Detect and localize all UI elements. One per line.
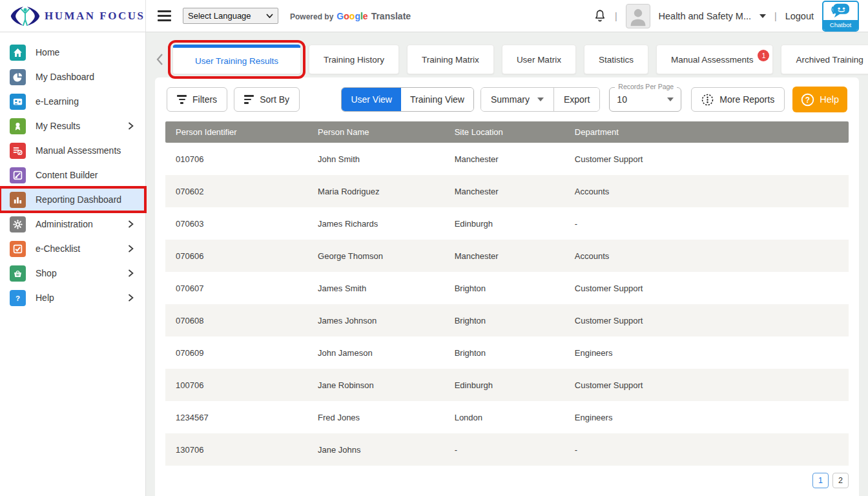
filters-button[interactable]: Filters [167,87,227,112]
table-cell: 010706 [165,154,307,164]
brand-logo[interactable]: HUMAN FOCUS [0,0,146,32]
training-view-toggle[interactable]: Training View [401,88,473,111]
sort-by-button[interactable]: Sort By [234,87,300,112]
topbar-right: | Health and Safety M... | Logout [594,0,859,32]
table-row[interactable]: 1234567Fred JonesLondonEngineers [165,401,849,433]
tabs-scroll-left-icon[interactable] [155,53,165,66]
summary-label: Summary [491,94,530,105]
table-cell: James Richards [307,219,444,229]
tab-training-matrix[interactable]: Training Matrix [407,45,494,74]
tab-label: Training Matrix [422,55,479,65]
user-menu[interactable]: Health and Safety M... [659,11,751,21]
sidebar-item-administration[interactable]: Administration [0,212,145,236]
table-row[interactable]: 130706Jane Johns-- [165,433,849,466]
tab-training-history[interactable]: Training History [309,45,399,74]
table-row[interactable]: 100706Jane RobinsonEdinburghCustomer Sup… [165,369,849,401]
table-cell: Maria Rodriguez [307,187,444,196]
home-icon [10,45,26,61]
content-icon [10,167,26,183]
tab-archived-training[interactable]: Archived Training [781,45,868,74]
brand-name: HUMAN FOCUS [45,10,145,23]
tab-statistics[interactable]: Statistics [584,45,648,74]
sidebar-item-manual-assessments[interactable]: Manual Assessments [0,138,145,163]
table-header-row: Person IdentifierPerson NameSite Locatio… [165,121,849,143]
chatbot-button[interactable]: Chatbot [822,1,859,32]
column-header-person-name: Person Name [307,127,444,137]
tab-label: Archived Training [796,55,863,65]
topbar-main: Select Language Powered by Google Transl… [146,0,868,32]
sort-icon [244,95,254,103]
table-cell: 1234567 [165,413,307,422]
table-row[interactable]: 010706John SmithManchesterCustomer Suppo… [165,143,849,175]
sidebar-item-label: My Dashboard [36,72,136,82]
avatar[interactable] [626,4,650,28]
table-cell: Jane Johns [307,445,444,455]
chevron-right-icon [128,245,134,253]
sidebar-item-my-dashboard[interactable]: My Dashboard [0,65,145,89]
language-select[interactable]: Select Language [183,8,278,24]
user-menu-caret-icon[interactable] [760,14,766,18]
sidebar-item-shop[interactable]: Shop [0,261,145,285]
tab-label: User Matrix [517,55,561,65]
help-label: Help [820,94,839,105]
table-row[interactable]: 070606George ThomsonManchesterAccounts [165,240,849,272]
table-cell: 070603 [165,219,307,229]
tabs-strip: User Training ResultsTraining HistoryTra… [172,45,868,74]
sidebar-item-my-results[interactable]: My Results [0,114,145,138]
help-button[interactable]: ? Help [792,87,847,112]
table-cell: Brighton [444,316,564,326]
sidebar-item-e-checklist[interactable]: e-Checklist [0,236,145,261]
human-focus-eye-icon [10,5,40,27]
table-cell: 070602 [165,187,307,196]
table-cell: Manchester [444,251,564,261]
export-label: Export [564,94,590,105]
table-row[interactable]: 070607James SmithBrightonCustomer Suppor… [165,272,849,304]
sidebar-item-content-builder[interactable]: Content Builder [0,163,145,187]
chevron-down-icon [667,98,674,101]
logout-button[interactable]: Logout [785,11,814,21]
table-row[interactable]: 070603James RichardsEdinburgh- [165,207,849,240]
more-reports-button[interactable]: More Reports [691,87,785,112]
table-body: 010706John SmithManchesterCustomer Suppo… [165,143,849,466]
page-button-2[interactable]: 2 [832,473,849,488]
page-button-1[interactable]: 1 [812,473,829,488]
table-cell: Customer Support [564,316,849,326]
export-button[interactable]: Export [553,88,599,111]
tab-user-training-results[interactable]: User Training Results [172,45,301,74]
hamburger-menu-icon[interactable] [158,10,171,21]
table-cell: Manchester [444,187,564,196]
table-cell: 070608 [165,316,307,326]
sidebar-item-label: Manual Assessments [36,145,136,156]
table-cell: James Smith [307,284,444,293]
dotted-circle-more-icon [701,94,714,106]
table-cell: 100706 [165,380,307,390]
question-circle-icon: ? [801,93,814,107]
sidebar-item-e-learning[interactable]: e-Learning [0,89,145,114]
results-icon [10,118,26,134]
sidebar-item-reporting-dashboard[interactable]: Reporting Dashboard [0,187,145,212]
records-per-page-value: 10 [617,94,627,105]
table-row[interactable]: 070608James JohnsonBrightonCustomer Supp… [165,304,849,336]
summary-dropdown[interactable]: Summary [481,88,553,111]
tab-label: Manual Assessments [671,55,754,65]
table-row[interactable]: 070609John JamesonBrightonEngineers [165,336,849,369]
tab-manual-assessments[interactable]: Manual Assessments1 [656,45,774,74]
topbar: HUMAN FOCUS Select Language Powered by G… [0,0,868,32]
question-icon: ? [10,290,26,306]
user-view-label: User View [351,94,392,105]
sidebar-item-home[interactable]: Home [0,40,145,65]
google-logo-text: Google [336,11,367,21]
user-view-toggle[interactable]: User View [342,88,401,111]
records-per-page-select[interactable]: Records Per Page 10 [609,87,681,112]
notification-bell-icon[interactable] [594,8,606,23]
tab-label: Statistics [599,55,634,65]
table-cell: - [564,445,849,455]
sidebar-item-label: My Results [36,121,118,131]
tabs-row: User Training ResultsTraining HistoryTra… [155,44,859,75]
sidebar-item-help[interactable]: ?Help [0,285,145,310]
table-cell: 070607 [165,284,307,293]
tab-user-matrix[interactable]: User Matrix [502,45,576,74]
table-cell: Accounts [564,251,849,261]
sidebar-item-label: e-Learning [36,96,136,107]
table-row[interactable]: 070602Maria RodriguezManchesterAccounts [165,175,849,207]
